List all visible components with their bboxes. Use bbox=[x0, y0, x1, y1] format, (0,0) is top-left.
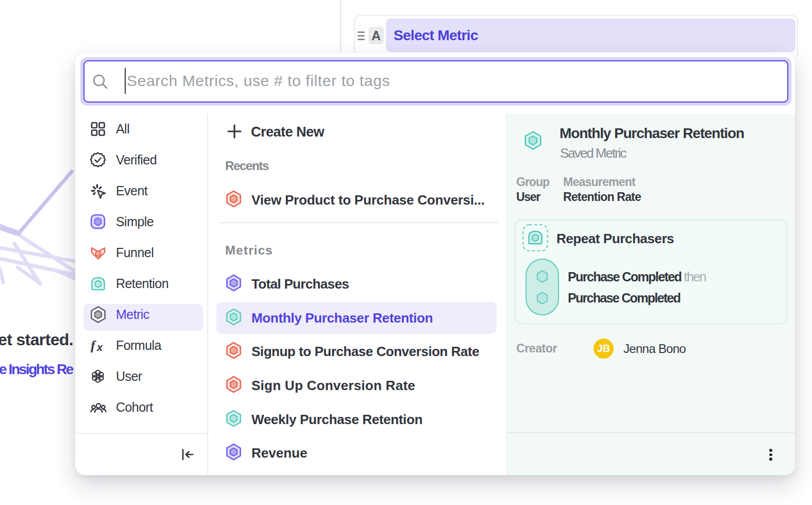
svg-text:x: x bbox=[96, 342, 103, 353]
svg-text:f: f bbox=[91, 338, 96, 353]
